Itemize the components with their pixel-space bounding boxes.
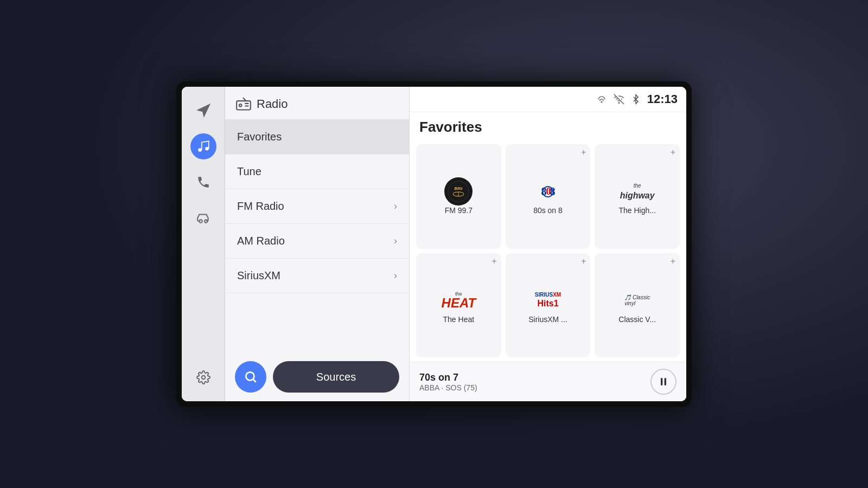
classicvinyl-label: Classic V... — [618, 315, 656, 324]
heat-logo: the HEAT — [442, 289, 475, 312]
now-playing-info: 70s on 7 ABBA · SOS (75) — [419, 372, 477, 392]
clock-display: 12:13 — [647, 92, 678, 106]
fm-radio-chevron: › — [394, 201, 397, 212]
svg-point-12 — [601, 101, 602, 102]
blitz-svg: Blitz — [448, 181, 469, 202]
fm997-label: FM 99.7 — [445, 206, 473, 215]
content-wrapper: Radio Favorites Tune FM Radio › — [225, 87, 686, 401]
no-wifi-icon — [614, 94, 624, 105]
fav-card-siriushits[interactable]: + SIRIUSXM Hits1 SiriusXM ... — [506, 253, 591, 358]
menu-item-tune[interactable]: Tune — [225, 155, 409, 189]
svg-text:Blitz: Blitz — [455, 187, 463, 190]
menu-item-fm-radio-label: FM Radio — [237, 200, 284, 213]
favorites-section-title: Favorites — [410, 112, 686, 140]
sidebar-item-navigation[interactable] — [190, 98, 216, 124]
fav-card-classicvinyl[interactable]: + 🎵 Classicvinyl Classic V... — [595, 253, 680, 358]
svg-point-14 — [618, 102, 620, 104]
bottom-controls: Sources — [225, 352, 409, 401]
siriusxm-chevron: › — [394, 270, 397, 281]
sources-label: Sources — [316, 371, 356, 383]
svg-rect-20 — [665, 378, 666, 385]
heat-label: The Heat — [443, 315, 475, 324]
radio-header: Radio — [225, 87, 409, 120]
menu-item-siriusxm[interactable]: SiriusXM › — [225, 259, 409, 293]
svg-point-15 — [448, 181, 469, 202]
classicvinyl-logo-inner: 🎵 Classicvinyl — [624, 294, 650, 306]
menu-item-favorites-label: Favorites — [237, 131, 282, 143]
now-playing-track: ABBA · SOS (75) — [419, 383, 477, 392]
search-button[interactable] — [235, 361, 266, 393]
80son8-logo: 80⃝8 — [532, 180, 564, 203]
svg-rect-19 — [661, 378, 662, 385]
fm997-logo: Blitz — [442, 180, 475, 203]
svg-point-5 — [201, 376, 205, 380]
car-dashboard: Radio Favorites Tune FM Radio › — [0, 0, 868, 488]
menu-item-favorites[interactable]: Favorites — [225, 120, 409, 155]
fav-card-fm997[interactable]: Blitz FM 99.7 — [416, 144, 501, 249]
hits1-text: Hits1 — [537, 299, 558, 309]
menu-item-siriusxm-label: SiriusXM — [237, 269, 280, 282]
menu-item-am-radio[interactable]: AM Radio › — [225, 224, 409, 259]
pause-icon — [658, 376, 669, 387]
sources-button[interactable]: Sources — [273, 361, 399, 393]
svg-marker-0 — [198, 105, 209, 116]
fav-card-highway[interactable]: + the highway The High... — [595, 144, 680, 249]
80son8-logo-text: 80⃝8 — [541, 185, 554, 198]
highway-plus[interactable]: + — [671, 147, 675, 157]
wireless-charging-icon — [596, 94, 607, 105]
heat-plus[interactable]: + — [492, 256, 496, 266]
sirius-text: SIRIUSXM — [535, 292, 561, 298]
right-panel: 12:13 Favorites Blitz — [410, 87, 686, 401]
pause-button[interactable] — [650, 369, 676, 395]
fav-card-heat[interactable]: + the HEAT The Heat — [416, 253, 501, 358]
siriushits-logo-inner: SIRIUSXM Hits1 — [535, 292, 561, 309]
screen-bezel: Radio Favorites Tune FM Radio › — [176, 81, 692, 407]
highway-label: The High... — [618, 206, 655, 215]
heat-logo-inner: the HEAT — [442, 291, 476, 310]
highway-logo-text: the highway — [620, 181, 655, 202]
menu-item-tune-label: Tune — [237, 165, 261, 178]
menu-item-fm-radio[interactable]: FM Radio › — [225, 189, 409, 224]
80son8-label: 80s on 8 — [533, 206, 563, 215]
menu-item-am-radio-label: AM Radio — [237, 235, 285, 247]
now-playing-bar: 70s on 7 ABBA · SOS (75) — [410, 362, 686, 401]
svg-point-3 — [199, 220, 202, 222]
left-panel: Radio Favorites Tune FM Radio › — [225, 87, 410, 401]
sidebar-item-music[interactable] — [190, 133, 216, 159]
highway-logo: the highway — [621, 180, 654, 203]
radio-icon — [236, 97, 251, 112]
svg-point-7 — [239, 104, 242, 107]
fav-card-80son8[interactable]: + 80⃝8 80s on 8 — [506, 144, 591, 249]
now-playing-station: 70s on 7 — [419, 372, 477, 383]
am-radio-chevron: › — [394, 235, 397, 247]
bluetooth-icon — [631, 94, 641, 105]
svg-line-11 — [253, 380, 256, 382]
top-bar: 12:13 — [410, 87, 686, 112]
sidebar — [182, 87, 225, 401]
siriushits-logo: SIRIUSXM Hits1 — [532, 289, 564, 312]
80son8-plus[interactable]: + — [581, 147, 586, 157]
sidebar-item-car[interactable] — [190, 205, 216, 231]
sidebar-item-phone[interactable] — [190, 169, 216, 195]
classicvinyl-logo: 🎵 Classicvinyl — [621, 289, 654, 312]
siriushits-label: SiriusXM ... — [528, 315, 567, 324]
heat-logo-text: HEAT — [442, 297, 476, 310]
siriushits-plus[interactable]: + — [581, 256, 586, 266]
classicvinyl-plus[interactable]: + — [671, 256, 675, 266]
sidebar-item-settings[interactable] — [190, 364, 216, 390]
svg-point-10 — [246, 372, 254, 380]
search-icon — [244, 370, 258, 384]
radio-title: Radio — [257, 97, 288, 111]
classicvinyl-wordmark: 🎵 Classicvinyl — [624, 294, 650, 306]
svg-point-4 — [205, 220, 207, 222]
svg-point-2 — [205, 147, 209, 151]
menu-list: Favorites Tune FM Radio › AM Radio › — [225, 120, 409, 352]
svg-point-1 — [198, 148, 202, 152]
blitz-logo-shape: Blitz — [444, 177, 473, 206]
favorites-grid: Blitz FM 99.7 + — [410, 140, 686, 362]
infotainment-screen: Radio Favorites Tune FM Radio › — [182, 87, 686, 401]
